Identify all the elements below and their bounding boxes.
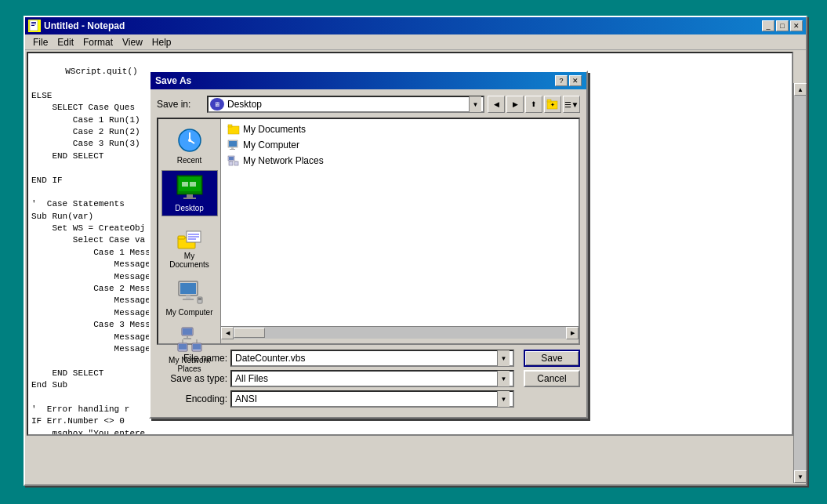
svg-rect-39: [228, 126, 239, 134]
close-button[interactable]: ✕: [790, 20, 803, 31]
file-list-container: My Documents My Computer: [221, 119, 579, 343]
recent-label: Recent: [177, 156, 202, 165]
encoding-dropdown[interactable]: ▼: [497, 391, 510, 407]
encoding-value: ANSI: [235, 393, 497, 404]
svg-rect-32: [183, 338, 191, 339]
computer-label: My Computer: [165, 308, 212, 317]
minimize-button[interactable]: _: [762, 20, 774, 31]
file-name: My Network Places: [243, 155, 324, 166]
scroll-left-button[interactable]: ◀: [221, 327, 234, 339]
filename-label: File name:: [157, 353, 227, 364]
save-type-dropdown[interactable]: ▼: [497, 371, 510, 386]
vertical-scrollbar[interactable]: ▲ ▼: [793, 83, 806, 483]
file-browser-area: Recent Desktop: [157, 118, 580, 345]
svg-rect-15: [182, 182, 188, 187]
back-button[interactable]: ◀: [488, 96, 505, 113]
new-folder-icon: ✦: [546, 99, 559, 110]
new-folder-button[interactable]: ✦: [544, 96, 561, 113]
computer-small-icon: [227, 140, 240, 150]
menu-file[interactable]: File: [28, 35, 53, 49]
recent-icon: [176, 126, 204, 154]
svg-rect-26: [183, 299, 194, 300]
menu-bar: File Edit Format View Help: [25, 34, 806, 50]
sidebar-item-computer[interactable]: My Computer: [161, 274, 218, 321]
save-in-combo[interactable]: 🖥 Desktop ▼: [207, 96, 484, 113]
network-small-icon: [227, 155, 240, 166]
dialog-close-button[interactable]: ✕: [569, 75, 582, 86]
svg-rect-30: [183, 328, 192, 335]
menu-help[interactable]: Help: [147, 35, 176, 49]
svg-rect-47: [229, 161, 233, 165]
h-scroll-thumb[interactable]: [234, 328, 265, 338]
list-item[interactable]: My Network Places: [224, 154, 575, 168]
list-item[interactable]: My Documents: [224, 122, 575, 136]
views-button[interactable]: ☰▼: [563, 96, 580, 113]
svg-rect-44: [230, 149, 235, 150]
documents-icon: [176, 222, 204, 250]
dialog-title-bar: Save As ? ✕: [151, 72, 586, 89]
svg-rect-3: [31, 25, 34, 26]
dialog-body: Save in: 🖥 Desktop ▼ ◀ ▶ ⬆ ✦: [151, 89, 586, 417]
svg-rect-14: [183, 198, 196, 199]
save-in-row: Save in: 🖥 Desktop ▼ ◀ ▶ ⬆ ✦: [157, 96, 580, 113]
cancel-button[interactable]: Cancel: [524, 370, 580, 387]
scroll-track[interactable]: [794, 96, 806, 470]
sidebar-item-documents[interactable]: My Documents: [161, 218, 218, 273]
dialog-toolbar: ◀ ▶ ⬆ ✦ ☰▼: [488, 96, 580, 113]
encoding-row: Encoding: ANSI ▼: [157, 390, 514, 408]
svg-rect-1: [31, 22, 36, 23]
save-as-dialog: Save As ? ✕ Save in: 🖥 Desktop ▼ ◀ ▶ ⬆: [149, 71, 588, 419]
svg-rect-18: [178, 236, 185, 239]
file-list: My Documents My Computer: [221, 119, 579, 326]
h-scroll-track[interactable]: [234, 327, 566, 339]
filename-row: File name: DateCounter.vbs ▼: [157, 350, 514, 367]
desktop-label: Desktop: [175, 204, 204, 212]
forward-button[interactable]: ▶: [506, 96, 524, 113]
scroll-up-button[interactable]: ▲: [794, 83, 807, 96]
svg-rect-34: [179, 344, 187, 350]
menu-format[interactable]: Format: [78, 35, 118, 49]
scroll-right-button[interactable]: ▶: [566, 327, 579, 339]
dialog-help-button[interactable]: ?: [555, 75, 568, 86]
svg-rect-25: [186, 296, 190, 299]
svg-rect-46: [229, 157, 234, 160]
horizontal-scrollbar[interactable]: ◀ ▶: [221, 326, 579, 339]
svg-rect-16: [190, 182, 196, 187]
save-type-combo[interactable]: All Files ▼: [230, 370, 514, 387]
save-type-row: Save as type: All Files ▼: [157, 370, 514, 387]
save-in-icon: 🖥: [210, 98, 224, 111]
up-folder-button[interactable]: ⬆: [525, 96, 542, 113]
svg-rect-36: [193, 344, 201, 350]
menu-view[interactable]: View: [118, 35, 147, 49]
sidebar-item-desktop[interactable]: Desktop: [161, 170, 218, 216]
maximize-button[interactable]: □: [776, 20, 789, 31]
save-button[interactable]: Save: [524, 350, 580, 367]
svg-rect-13: [187, 194, 193, 198]
desktop-icon: [176, 174, 204, 202]
filename-combo[interactable]: DateCounter.vbs ▼: [230, 350, 514, 367]
filename-value: DateCounter.vbs: [235, 353, 497, 364]
folder-icon: [227, 124, 240, 135]
encoding-combo[interactable]: ANSI ▼: [230, 390, 514, 408]
save-type-value: All Files: [235, 373, 497, 384]
save-in-dropdown[interactable]: ▼: [469, 96, 481, 112]
file-name: My Documents: [243, 124, 306, 135]
save-type-label: Save as type:: [157, 373, 227, 384]
action-buttons: Save Cancel: [524, 350, 580, 387]
sidebar-item-recent[interactable]: Recent: [161, 122, 218, 169]
svg-rect-42: [229, 141, 237, 147]
scroll-down-button[interactable]: ▼: [794, 470, 807, 483]
svg-rect-28: [198, 298, 201, 300]
menu-edit[interactable]: Edit: [53, 35, 78, 49]
documents-label: My Documents: [164, 252, 216, 269]
filename-dropdown[interactable]: ▼: [497, 350, 510, 366]
svg-rect-48: [234, 161, 238, 165]
dialog-title: Save As: [155, 75, 555, 86]
notepad-title: Untitled - Notepad: [44, 20, 762, 31]
svg-text:✦: ✦: [550, 102, 555, 107]
save-in-label: Save in:: [157, 99, 204, 110]
file-name: My Computer: [243, 140, 299, 150]
save-in-value: Desktop: [227, 99, 469, 110]
list-item[interactable]: My Computer: [224, 138, 575, 152]
places-sidebar: Recent Desktop: [158, 119, 221, 343]
